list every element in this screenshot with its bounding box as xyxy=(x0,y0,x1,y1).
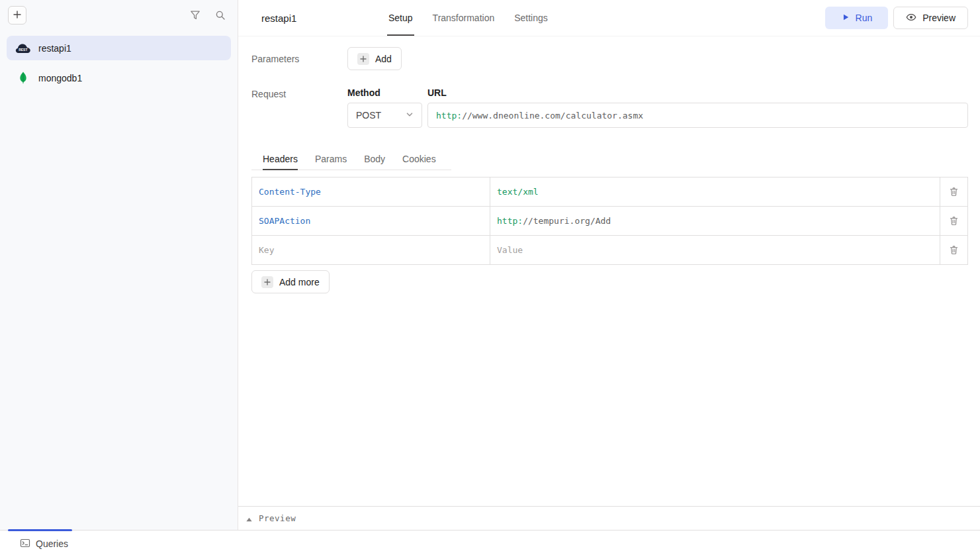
tab-setup[interactable]: Setup xyxy=(387,0,414,36)
entity-label: mongodb1 xyxy=(38,73,82,83)
caret-up-icon xyxy=(246,513,252,524)
page-title: restapi1 xyxy=(261,13,387,24)
url-scheme: http: xyxy=(436,111,462,121)
parameters-row: Parameters Add xyxy=(251,47,968,70)
editor-tabs: Setup Transformation Settings xyxy=(387,0,549,36)
tab-queries[interactable]: Queries xyxy=(0,531,68,557)
header-key-text: SOAPAction xyxy=(259,216,310,226)
setup-panel: Parameters Add Request Method POST xyxy=(238,36,980,506)
tab-transformation[interactable]: Transformation xyxy=(431,0,496,36)
header-value-field[interactable]: text/xml xyxy=(490,177,940,207)
add-query-button[interactable] xyxy=(8,6,26,25)
header-value-scheme: http: xyxy=(497,216,523,226)
play-icon xyxy=(841,13,850,24)
mongodb-leaf-icon xyxy=(15,72,32,84)
request-row: Request Method POST URL xyxy=(251,87,968,128)
request-fields: Method POST URL http://www.dneonline.com… xyxy=(347,87,968,128)
request-label: Request xyxy=(251,87,347,99)
tab-params[interactable]: Params xyxy=(306,148,355,170)
svg-text:REST: REST xyxy=(19,48,27,52)
sidebar-item-restapi1[interactable]: REST restapi1 xyxy=(7,36,231,60)
queries-tab-label: Queries xyxy=(36,538,68,549)
plus-icon xyxy=(357,53,369,65)
add-parameter-label: Add xyxy=(375,54,392,64)
app-window: REST restapi1 mongodb1 restapi1 Set xyxy=(0,0,980,530)
tab-settings[interactable]: Settings xyxy=(513,0,549,36)
sidebar-item-mongodb1[interactable]: mongodb1 xyxy=(7,66,231,90)
entity-label: restapi1 xyxy=(38,43,71,54)
rest-api-cloud-icon: REST xyxy=(15,43,32,54)
parameters-label: Parameters xyxy=(251,54,347,64)
active-tab-indicator xyxy=(8,529,72,531)
url-input[interactable]: http://www.dneonline.com/calculator.asmx xyxy=(427,103,968,128)
sidebar-toolbar xyxy=(0,0,238,30)
search-icon[interactable] xyxy=(212,7,228,23)
tab-body[interactable]: Body xyxy=(355,148,394,170)
sidebar: REST restapi1 mongodb1 xyxy=(0,0,238,530)
query-editor: restapi1 Setup Transformation Settings R… xyxy=(238,0,980,530)
url-rest: //www.dneonline.com/calculator.asmx xyxy=(462,111,643,121)
header-key-field[interactable] xyxy=(252,236,490,265)
headers-table: Content-Type text/xml SOAPAction http://… xyxy=(251,177,968,265)
header-key-text: Content-Type xyxy=(259,187,321,197)
filter-icon[interactable] xyxy=(187,7,203,23)
header-value-input[interactable] xyxy=(497,245,933,255)
request-config-tabs: Headers Params Body Cookies xyxy=(251,148,451,170)
header-value-text: text/xml xyxy=(497,187,539,197)
header-key-field[interactable]: SOAPAction xyxy=(252,207,490,236)
header-value-field[interactable] xyxy=(490,236,940,265)
delete-row-cell xyxy=(940,236,968,265)
query-list: REST restapi1 mongodb1 xyxy=(0,30,238,95)
chevron-down-icon xyxy=(404,109,415,122)
run-button-label: Run xyxy=(856,13,873,23)
header-value-rest: //tempuri.org/Add xyxy=(523,216,611,226)
response-preview-bar[interactable]: Preview xyxy=(238,506,980,530)
add-more-button[interactable]: Add more xyxy=(251,270,330,293)
header-actions: Run Preview xyxy=(825,7,968,29)
tab-headers[interactable]: Headers xyxy=(251,148,306,170)
delete-row-cell xyxy=(940,207,968,236)
preview-button[interactable]: Preview xyxy=(893,7,968,29)
response-preview-label: Preview xyxy=(259,513,296,523)
queries-icon xyxy=(20,538,30,550)
preview-button-label: Preview xyxy=(922,13,956,23)
plus-icon xyxy=(13,10,22,21)
url-field: URL http://www.dneonline.com/calculator.… xyxy=(427,87,968,128)
add-parameter-button[interactable]: Add xyxy=(347,47,402,70)
bottom-bar: Queries xyxy=(0,530,980,557)
method-label: Method xyxy=(347,87,422,98)
trash-icon[interactable] xyxy=(949,216,959,226)
delete-row-cell xyxy=(940,177,968,207)
run-button[interactable]: Run xyxy=(825,7,889,29)
url-label: URL xyxy=(427,87,968,98)
header-value-field[interactable]: http://tempuri.org/Add xyxy=(490,207,940,236)
eye-icon xyxy=(906,12,916,25)
trash-icon[interactable] xyxy=(949,245,959,255)
header-key-input[interactable] xyxy=(259,245,483,255)
query-header: restapi1 Setup Transformation Settings R… xyxy=(238,0,980,36)
trash-icon[interactable] xyxy=(949,187,959,197)
plus-icon xyxy=(261,276,273,288)
add-more-label: Add more xyxy=(279,277,320,287)
header-key-field[interactable]: Content-Type xyxy=(252,177,490,207)
method-value: POST xyxy=(356,110,381,121)
method-select[interactable]: POST xyxy=(347,103,422,128)
method-field: Method POST xyxy=(347,87,422,128)
tab-cookies[interactable]: Cookies xyxy=(394,148,445,170)
